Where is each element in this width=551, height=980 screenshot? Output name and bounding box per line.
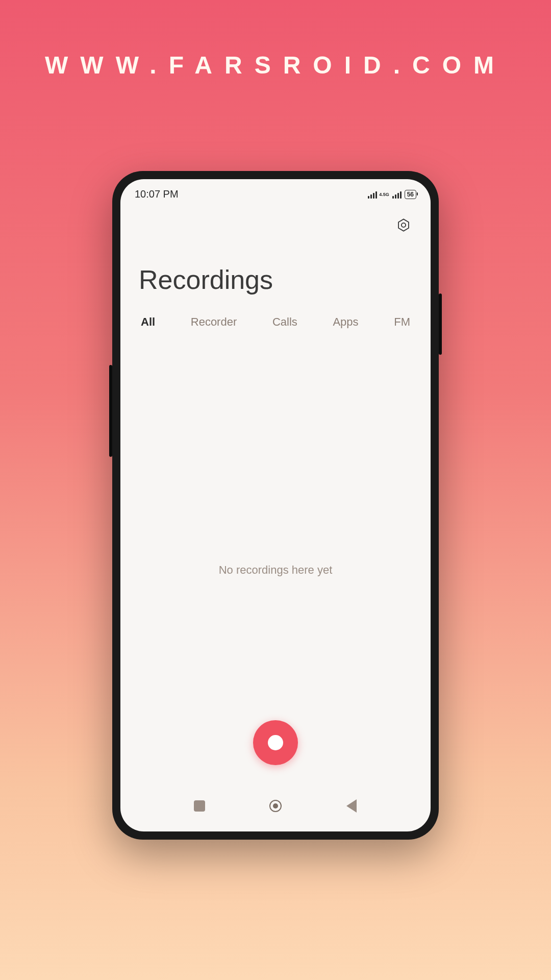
tab-all[interactable]: All: [141, 315, 155, 329]
back-icon: [346, 799, 357, 813]
tab-calls[interactable]: Calls: [272, 315, 297, 329]
settings-button[interactable]: [395, 216, 412, 234]
recents-icon: [194, 800, 205, 812]
svg-marker-0: [398, 219, 409, 231]
status-right-cluster: 4.5G 56: [368, 190, 416, 199]
tab-apps[interactable]: Apps: [333, 315, 358, 329]
nav-home-button[interactable]: [268, 799, 283, 813]
battery-indicator: 56: [405, 190, 416, 199]
record-button[interactable]: [253, 720, 298, 765]
phone-power-button: [439, 293, 442, 355]
tabs-row: All Recorder Calls Apps FM: [120, 315, 431, 339]
nav-back-button[interactable]: [344, 799, 359, 813]
phone-screen: 10:07 PM 4.5G 56: [120, 179, 431, 831]
phone-frame: 10:07 PM 4.5G 56: [112, 171, 439, 840]
record-icon: [268, 735, 283, 750]
svg-point-1: [402, 223, 406, 227]
tab-fm[interactable]: FM: [394, 315, 410, 329]
page-title: Recordings: [120, 239, 431, 315]
nav-recents-button[interactable]: [192, 799, 207, 813]
watermark-text: WWW.FARSROID.COM: [45, 51, 506, 79]
gear-icon: [396, 218, 411, 232]
status-time: 10:07 PM: [135, 188, 179, 200]
home-icon: [269, 800, 282, 812]
network-type-label: 4.5G: [379, 192, 389, 197]
status-bar: 10:07 PM 4.5G 56: [120, 179, 431, 204]
phone-mockup: 10:07 PM 4.5G 56: [112, 171, 439, 840]
navigation-bar: [120, 786, 431, 831]
signal-icon-secondary: [392, 190, 402, 199]
app-bar: [120, 204, 431, 239]
signal-icon: [368, 190, 377, 199]
tab-recorder[interactable]: Recorder: [191, 315, 237, 329]
